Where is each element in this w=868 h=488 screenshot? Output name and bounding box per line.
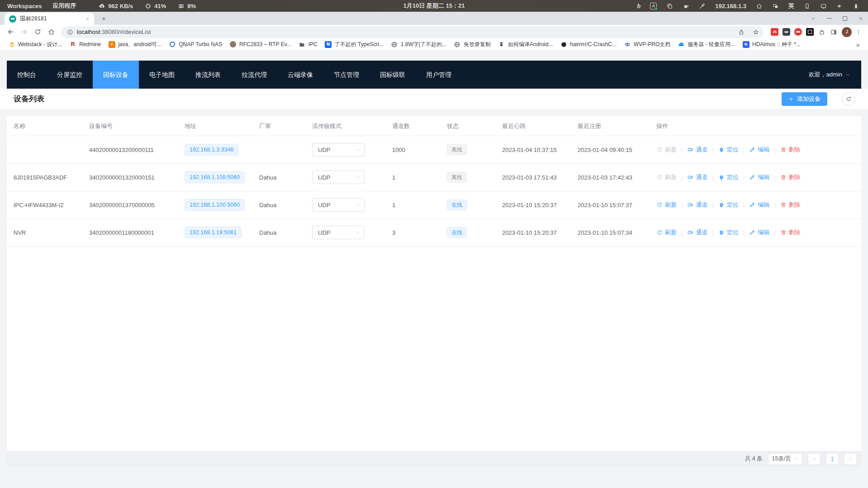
tray-display-item[interactable]: [816, 0, 831, 12]
locate-action[interactable]: 定位: [718, 228, 739, 237]
nav-item-gb-cascade[interactable]: 国标级联: [370, 61, 416, 89]
bookmark-hdatmos[interactable]: N HDAtmos :: 种子 *...: [739, 40, 804, 49]
refresh-action[interactable]: 刷新: [656, 228, 677, 237]
tray-ip-address[interactable]: 192.168.1.3: [711, 0, 750, 12]
bookmark-redmine[interactable]: R Redmine: [66, 40, 104, 49]
edit-action[interactable]: 编辑: [749, 201, 769, 209]
bookmark-qnap[interactable]: QNAP Turbo NAS: [165, 40, 226, 49]
tray-battery-item[interactable]: [849, 0, 863, 12]
nav-item-split-monitor[interactable]: 分屏监控: [47, 61, 93, 89]
stream-mode-select[interactable]: UDP: [312, 143, 365, 156]
bookmark-java-android[interactable]: C java、android可...: [104, 40, 165, 49]
window-close-button[interactable]: [858, 16, 863, 21]
side-panel-button[interactable]: [830, 28, 837, 36]
nav-item-node-manage[interactable]: 节点管理: [323, 61, 370, 89]
bookmark-github-crash[interactable]: hairrrrr/C-CrashC...: [556, 40, 620, 49]
device-id: 34020000001370000005: [82, 202, 178, 208]
locate-action[interactable]: 定位: [718, 201, 739, 209]
locate-action[interactable]: 定位: [718, 173, 739, 181]
memory-usage-indicator[interactable]: 8%: [172, 0, 201, 12]
bookmark-rfc2833[interactable]: RFC2833 – RTP Ev...: [226, 40, 295, 49]
applications-menu[interactable]: 应用程序: [47, 0, 81, 12]
home-button[interactable]: [45, 26, 57, 38]
window-minimize-button[interactable]: [827, 18, 832, 19]
stream-mode-select[interactable]: UDP: [312, 226, 365, 239]
screenshot-extension-icon[interactable]: [806, 28, 814, 36]
tab-close-button[interactable]: [84, 15, 91, 23]
clock-menu[interactable]: 1月10日 星期二 15：21: [403, 0, 465, 12]
nav-item-emap[interactable]: 电子地图: [139, 61, 185, 89]
nav-item-console[interactable]: 控制台: [7, 61, 47, 89]
nav-item-push-streams[interactable]: 推流列表: [185, 61, 231, 89]
profile-avatar[interactable]: J: [842, 27, 852, 37]
tab-search-button[interactable]: [811, 16, 816, 21]
back-button[interactable]: [5, 26, 16, 38]
tray-window-switcher-item[interactable]: [768, 0, 783, 12]
bookmark-folder-ipc[interactable]: IPC: [295, 40, 321, 49]
refresh-action[interactable]: 刷新: [656, 146, 677, 154]
locate-action[interactable]: 定位: [718, 146, 739, 154]
delete-action[interactable]: 删除: [780, 228, 801, 237]
tray-screenshot-item[interactable]: A: [646, 0, 661, 12]
nav-item-gb-devices[interactable]: 国标设备: [93, 61, 139, 89]
bookmark-typescript[interactable]: 知 了不起的 TypeScri...: [321, 40, 387, 49]
bookmarks-overflow-button[interactable]: »: [853, 41, 863, 48]
network-speed-indicator[interactable]: 962 KB/s: [93, 0, 138, 12]
tray-tablet-item[interactable]: [800, 0, 815, 12]
browser-menu-button[interactable]: [854, 27, 863, 37]
refresh-list-button[interactable]: [842, 92, 855, 106]
bookmark-android-build[interactable]: 如何编译Android...: [494, 40, 556, 49]
channel-action[interactable]: 通道: [687, 173, 707, 181]
json-viewer-extension-icon[interactable]: JS: [771, 28, 778, 36]
channel-action[interactable]: 通道: [687, 201, 707, 209]
prev-page-button[interactable]: [808, 453, 821, 465]
bookmark-webstack[interactable]: Webstack - 设计...: [5, 40, 66, 49]
stream-mode-select[interactable]: UDP: [312, 198, 365, 212]
maximize-icon: [843, 16, 847, 21]
stream-mode-select[interactable]: UDP: [312, 171, 365, 184]
channel-action[interactable]: 通道: [687, 146, 707, 154]
refresh-action[interactable]: 刷新: [656, 201, 677, 209]
extensions-menu-button[interactable]: [818, 28, 825, 36]
forward-button[interactable]: [18, 26, 30, 38]
tray-input-method[interactable]: 英: [784, 0, 798, 12]
adblock-extension-icon[interactable]: [794, 28, 802, 36]
add-device-button[interactable]: 添加设备: [782, 92, 827, 106]
browser-tab[interactable]: 国标28181: [5, 13, 94, 25]
nav-item-cloud-record[interactable]: 云端录像: [277, 61, 323, 89]
user-menu[interactable]: 欢迎，admin: [809, 71, 861, 79]
workspaces-button[interactable]: Workspaces: [2, 0, 47, 12]
share-button[interactable]: [735, 26, 747, 38]
bookmark-star-button[interactable]: [750, 26, 762, 38]
bookmark-server[interactable]: 服务器 - 轻量应用...: [674, 40, 739, 49]
delete-action[interactable]: 删除: [780, 201, 801, 209]
edit-action[interactable]: 编辑: [749, 146, 769, 154]
nav-item-user-manage[interactable]: 用户管理: [416, 61, 462, 89]
tray-clipboard-item[interactable]: [662, 0, 677, 12]
dark-reader-extension-icon[interactable]: [783, 28, 790, 36]
tray-home-item[interactable]: [752, 0, 767, 12]
nav-item-pull-proxy[interactable]: 拉流代理: [231, 61, 277, 89]
tray-color-picker-item[interactable]: [695, 0, 710, 12]
delete-action[interactable]: 删除: [780, 173, 801, 181]
edit-action[interactable]: 编辑: [749, 228, 769, 237]
page-size-select[interactable]: 15条/页: [768, 453, 802, 465]
tray-caffeine-item[interactable]: [678, 0, 693, 12]
bookmark-copy-free[interactable]: 免登录复制: [450, 40, 494, 49]
channel-action[interactable]: 通道: [687, 228, 707, 237]
tray-bing-item[interactable]: b: [633, 0, 645, 12]
edit-action[interactable]: 编辑: [749, 173, 769, 181]
chevron-down-icon: [845, 72, 850, 77]
next-page-button[interactable]: [844, 453, 857, 465]
reload-button[interactable]: [32, 26, 43, 38]
delete-action[interactable]: 删除: [780, 146, 801, 154]
new-tab-button[interactable]: [98, 13, 109, 24]
address-bar[interactable]: localhost:38080/#/deviceList: [62, 26, 764, 38]
page-number-button[interactable]: 1: [826, 453, 839, 465]
cpu-usage-indicator[interactable]: 41%: [139, 0, 171, 12]
refresh-action[interactable]: 刷新: [656, 173, 677, 181]
window-maximize-button[interactable]: [843, 16, 847, 21]
bookmark-wvp-docs[interactable]: Φ WVP-PRO文档: [620, 40, 674, 49]
bookmark-18w[interactable]: 1.8W字|了不起的...: [387, 40, 450, 49]
tray-volume-item[interactable]: [832, 0, 847, 12]
